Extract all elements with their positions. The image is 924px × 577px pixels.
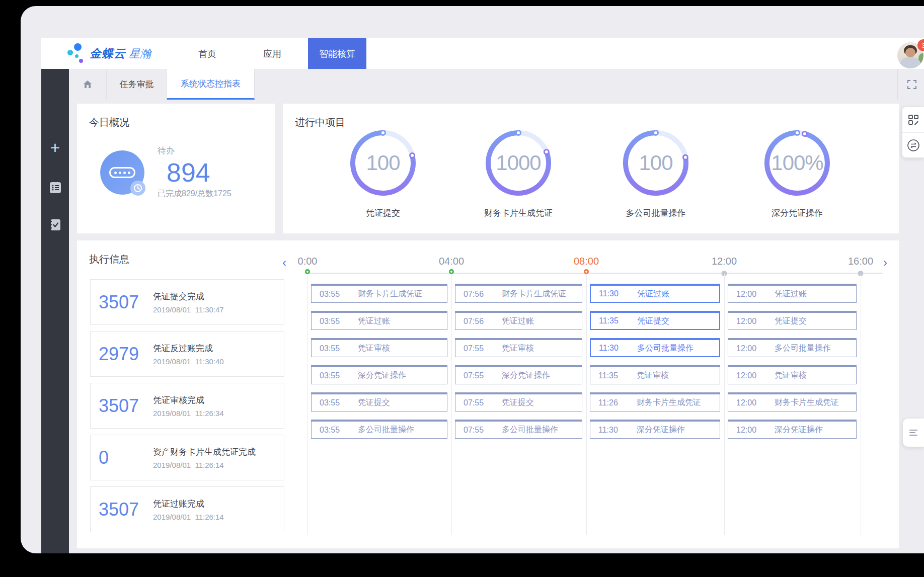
timeline-tick-08:00: 08:00	[556, 256, 617, 267]
nav-item-2[interactable]: 应用	[252, 38, 292, 69]
right-tool-panel	[902, 107, 924, 158]
timeline-event[interactable]: 11:26财务卡片生成凭证	[590, 392, 720, 411]
stat-timestamp: 2019/08/01 11:26:34	[153, 409, 224, 418]
timeline-event[interactable]: 11:35凭证提交	[590, 311, 720, 330]
timeline-event[interactable]: 03:55凭证提交	[311, 392, 447, 411]
stat-timestamp: 2019/08/01 11:30:47	[153, 305, 224, 314]
stat-text: 资产财务卡片生成凭证完成2019/08/01 11:26:14	[153, 446, 256, 469]
timeline-tick-0:00: 0:00	[277, 256, 338, 267]
stat-card-4: 0资产财务卡片生成凭证完成2019/08/01 11:26:14	[90, 435, 284, 480]
swap-icon	[907, 139, 920, 152]
tab-home[interactable]	[69, 69, 106, 100]
gauge-label: 凭证提交	[333, 207, 433, 219]
ongoing-card-title: 进行中项目	[295, 116, 345, 129]
timeline-separator	[724, 274, 725, 535]
timeline-column-1: 03:55财务卡片生成凭证03:55凭证过账03:55凭证审核03:55深分凭证…	[311, 284, 447, 447]
side-menu-button[interactable]	[903, 419, 924, 447]
timeline-event[interactable]: 12:00深分凭证操作	[728, 420, 857, 439]
tab-1[interactable]: 任务审批	[106, 69, 167, 100]
event-label: 深分凭证操作	[502, 370, 550, 381]
timeline-event[interactable]: 07:55深分凭证操作	[455, 365, 582, 384]
gauge-label: 深分凭证操作	[747, 207, 848, 219]
nav-item-1[interactable]: 首页	[187, 38, 227, 69]
timeline-event[interactable]: 12:00财务卡片生成凭证	[728, 392, 857, 411]
task-list-button[interactable]	[41, 176, 69, 200]
stat-timestamp: 2019/08/01 11:26:14	[153, 461, 256, 469]
stat-text: 凭证过账完成2019/08/01 11:26:14	[153, 498, 224, 521]
stat-value: 0	[99, 447, 153, 468]
timeline-event[interactable]: 07:55多公司批量操作	[455, 420, 582, 439]
stat-label: 凭证反过账完成	[153, 343, 224, 354]
event-label: 凭证审核	[775, 370, 807, 381]
timeline-event[interactable]: 11:30多公司批量操作	[590, 338, 720, 357]
timeline-event[interactable]: 07:55凭证审核	[455, 338, 582, 357]
today-card-title: 今日概况	[89, 116, 129, 129]
stat-value: 3507	[99, 499, 153, 520]
timeline-event[interactable]: 12:00凭证过账	[728, 284, 857, 303]
event-time: 07:55	[464, 398, 502, 407]
event-time: 12:00	[736, 371, 775, 380]
event-time: 03:55	[320, 290, 358, 299]
event-time: 11:35	[599, 316, 637, 325]
stat-timestamp: 2019/08/01 11:30:40	[153, 357, 224, 366]
timeline-event[interactable]: 03:55多公司批量操作	[311, 420, 447, 439]
timeline-event[interactable]: 07:56凭证过账	[455, 311, 582, 330]
timeline-event[interactable]: 12:00多公司批量操作	[728, 338, 857, 357]
stat-value: 3507	[99, 395, 153, 417]
app-logo[interactable]: 金蝶云 星瀚	[67, 38, 151, 69]
gauge-4: 100%深分凭证操作	[757, 123, 837, 223]
timeline-event[interactable]: 03:55深分凭证操作	[311, 365, 447, 384]
execution-info-card: 执行信息 3507凭证提交完成2019/08/01 11:30:472979凭证…	[77, 240, 899, 548]
layout-edit-icon	[907, 114, 919, 126]
plus-icon: +	[50, 138, 60, 157]
timeline-event[interactable]: 03:55财务卡片生成凭证	[311, 284, 447, 303]
tab-2[interactable]: 系统状态控指表	[167, 69, 255, 100]
stat-label: 凭证提交完成	[153, 291, 224, 302]
event-label: 多公司批量操作	[637, 343, 694, 354]
tab-bar: 任务审批系统状态控指表	[69, 69, 924, 100]
event-time: 07:56	[464, 290, 502, 299]
event-time: 03:55	[320, 317, 358, 326]
event-time: 07:55	[464, 371, 502, 380]
event-label: 凭证提交	[502, 397, 534, 408]
event-time: 12:00	[736, 317, 775, 326]
nav-item-3[interactable]: 智能核算	[308, 38, 366, 69]
event-time: 12:00	[736, 290, 775, 299]
layout-edit-button[interactable]	[902, 107, 924, 132]
swap-button[interactable]	[902, 132, 924, 157]
timeline-tick-12:00: 12:00	[694, 256, 754, 267]
timeline-event[interactable]: 11:30深分凭证操作	[590, 420, 720, 439]
event-label: 凭证过账	[358, 316, 390, 326]
event-time: 12:00	[736, 398, 775, 407]
timeline-event[interactable]: 11:35凭证审核	[590, 365, 720, 384]
event-time: 03:55	[320, 344, 358, 353]
approval-notebook-button[interactable]	[41, 213, 69, 237]
timeline-event[interactable]: 12:00凭证审核	[728, 365, 857, 384]
event-label: 凭证过账	[502, 316, 534, 326]
timeline-event[interactable]: 07:55凭证提交	[455, 392, 582, 411]
todo-count: 894	[167, 157, 232, 188]
event-label: 深分凭证操作	[358, 370, 406, 381]
fullscreen-button[interactable]	[897, 69, 918, 100]
event-label: 凭证过账	[637, 289, 669, 299]
timeline-event[interactable]: 12:00凭证提交	[728, 311, 857, 330]
event-label: 凭证审核	[502, 343, 534, 354]
add-button[interactable]: +	[41, 135, 69, 159]
list-icon	[49, 181, 62, 194]
today-overview-card: 今日概况 待办 894 已完成829/总数1725	[77, 104, 275, 233]
stat-value: 3507	[99, 292, 153, 313]
timeline-tick-16:00: 16:00	[830, 256, 891, 267]
timeline-separator	[861, 274, 861, 535]
stat-value: 2979	[99, 344, 153, 365]
timeline-event[interactable]: 03:55凭证过账	[311, 311, 447, 330]
event-time: 11:30	[599, 289, 637, 298]
stat-card-2: 2979凭证反过账完成2019/08/01 11:30:40	[90, 331, 284, 377]
timeline-event[interactable]: 07:56财务卡片生成凭证	[455, 284, 582, 303]
stat-text: 凭证提交完成2019/08/01 11:30:47	[153, 291, 224, 314]
notebook-check-icon	[49, 218, 62, 231]
event-label: 凭证过账	[775, 289, 807, 299]
timeline-event[interactable]: 03:55凭证审核	[311, 338, 447, 357]
timeline-event[interactable]: 11:30凭证过账	[590, 284, 720, 303]
event-label: 凭证审核	[637, 370, 669, 381]
timeline-column-2: 07:56财务卡片生成凭证07:56凭证过账07:55凭证审核07:55深分凭证…	[455, 284, 582, 447]
